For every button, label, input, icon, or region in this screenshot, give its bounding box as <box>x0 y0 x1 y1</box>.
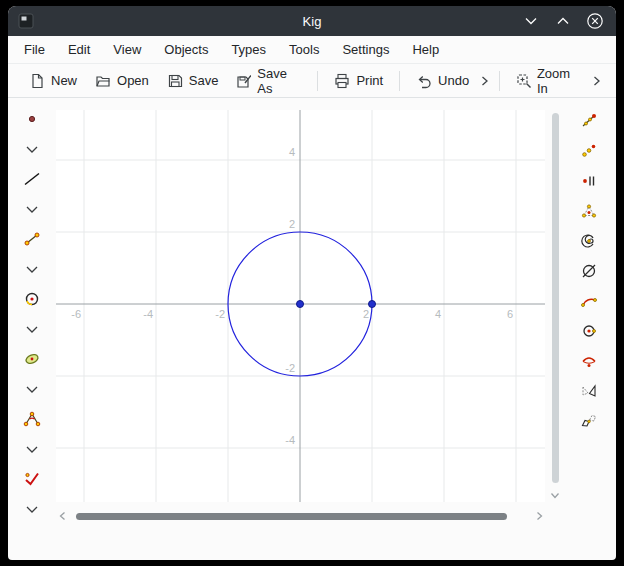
inversion-tool-button[interactable] <box>574 256 604 286</box>
print-button[interactable]: Print <box>325 68 392 94</box>
polygon-reflect-icon <box>580 382 598 400</box>
chevron-down-icon[interactable] <box>550 492 560 499</box>
undo-icon <box>416 73 432 89</box>
menu-settings[interactable]: Settings <box>340 39 391 60</box>
document-area: -6-4-224642-2-4 <box>56 98 548 560</box>
main-toolbar: New Open Save Save As Print Undo <box>8 63 616 98</box>
circle-point-tool-button[interactable] <box>574 316 604 346</box>
angle-tool-button[interactable] <box>17 404 47 434</box>
left-tool-column <box>8 98 56 560</box>
svg-text:2: 2 <box>289 218 295 230</box>
test-tool-button[interactable] <box>17 464 47 494</box>
menu-view[interactable]: View <box>111 39 143 60</box>
close-icon[interactable] <box>586 12 604 30</box>
horizontal-scrollbar[interactable] <box>56 508 545 524</box>
chevron-left-icon[interactable] <box>56 508 68 524</box>
save-as-label: Save As <box>257 66 301 96</box>
new-button[interactable]: New <box>20 68 86 94</box>
dropdown-chevron-icon <box>25 205 39 214</box>
segment-icon <box>23 230 41 248</box>
line-tool-button[interactable] <box>17 164 47 194</box>
chevron-right-icon[interactable] <box>533 508 545 524</box>
conic-tool-button[interactable] <box>17 344 47 374</box>
menu-objects[interactable]: Objects <box>162 39 210 60</box>
new-label: New <box>51 73 77 88</box>
svg-text:-4: -4 <box>285 434 295 446</box>
open-folder-icon <box>95 73 111 89</box>
conic-tool-dropdown[interactable] <box>17 374 47 404</box>
test-check-icon <box>23 470 41 488</box>
save-label: Save <box>189 73 219 88</box>
inversion-circle-icon <box>580 262 598 280</box>
save-as-button[interactable]: Save As <box>227 61 310 101</box>
vertical-scroll-thumb[interactable] <box>552 113 559 483</box>
minimize-icon[interactable] <box>522 12 540 30</box>
vertical-scrollbar[interactable] <box>548 98 562 560</box>
svg-text:-2: -2 <box>215 308 225 320</box>
svg-text:-4: -4 <box>143 308 153 320</box>
undo-button[interactable]: Undo <box>407 68 478 94</box>
three-points-icon <box>580 142 598 160</box>
segment-point-icon <box>580 112 598 130</box>
line-icon <box>23 170 41 188</box>
menu-types[interactable]: Types <box>229 39 268 60</box>
horizontal-scroll-track[interactable] <box>68 508 533 524</box>
toolbar-separator <box>317 71 318 91</box>
spiral-tool-button[interactable] <box>574 226 604 256</box>
circle-tool-button[interactable] <box>17 284 47 314</box>
overflow-chevron-icon[interactable] <box>590 70 604 92</box>
three-points-tool-button[interactable] <box>574 136 604 166</box>
menubar: File Edit View Objects Types Tools Setti… <box>8 36 616 63</box>
expand-chevron-icon[interactable] <box>478 70 492 92</box>
main-area: -6-4-224642-2-4 <box>8 98 616 560</box>
point-bars-tool-button[interactable] <box>574 166 604 196</box>
arc-tool-button[interactable] <box>574 286 604 316</box>
conic-arc-tool-button[interactable] <box>574 346 604 376</box>
print-label: Print <box>356 73 383 88</box>
point-tool-button[interactable] <box>17 104 47 134</box>
dropdown-chevron-icon <box>25 325 39 334</box>
save-button[interactable]: Save <box>158 68 228 94</box>
segment-tool-button[interactable] <box>17 224 47 254</box>
menu-tools[interactable]: Tools <box>287 39 321 60</box>
geometry-canvas[interactable]: -6-4-224642-2-4 <box>56 110 545 502</box>
segment-point-tool-button[interactable] <box>574 106 604 136</box>
point-bars-icon <box>580 172 598 190</box>
test-tool-dropdown[interactable] <box>17 494 47 524</box>
menu-help[interactable]: Help <box>410 39 441 60</box>
spiral-icon <box>580 232 598 250</box>
circle-icon <box>23 290 41 308</box>
undo-label: Undo <box>438 73 469 88</box>
triangle-points-icon <box>580 202 598 220</box>
vertical-scroll-track[interactable] <box>550 110 560 490</box>
line-tool-dropdown[interactable] <box>17 194 47 224</box>
polygon-pair-tool-button[interactable] <box>574 406 604 436</box>
horizontal-scroll-thumb[interactable] <box>76 513 507 520</box>
dropdown-chevron-icon <box>25 385 39 394</box>
maximize-icon[interactable] <box>554 12 572 30</box>
point-tool-dropdown[interactable] <box>17 134 47 164</box>
dropdown-chevron-icon <box>25 265 39 274</box>
menu-file[interactable]: File <box>22 39 47 60</box>
zoom-in-button[interactable]: Zoom In <box>507 61 590 101</box>
new-document-icon <box>29 73 45 89</box>
conic-icon <box>23 350 41 368</box>
dropdown-chevron-icon <box>25 505 39 514</box>
svg-text:6: 6 <box>507 308 513 320</box>
polygon-reflect-tool-button[interactable] <box>574 376 604 406</box>
circle-tool-dropdown[interactable] <box>17 314 47 344</box>
point-icon <box>23 110 41 128</box>
segment-tool-dropdown[interactable] <box>17 254 47 284</box>
svg-text:-2: -2 <box>285 362 295 374</box>
svg-text:4: 4 <box>289 146 295 158</box>
toolbar-separator <box>499 71 500 91</box>
open-label: Open <box>117 73 149 88</box>
menu-edit[interactable]: Edit <box>66 39 92 60</box>
svg-text:4: 4 <box>435 308 441 320</box>
angle-tool-dropdown[interactable] <box>17 434 47 464</box>
conic-arc-icon <box>580 352 598 370</box>
open-button[interactable]: Open <box>86 68 158 94</box>
kig-window: Kig File Edit View Objects Types Tools S… <box>8 6 616 560</box>
triangle-points-tool-button[interactable] <box>574 196 604 226</box>
arc-icon <box>580 292 598 310</box>
